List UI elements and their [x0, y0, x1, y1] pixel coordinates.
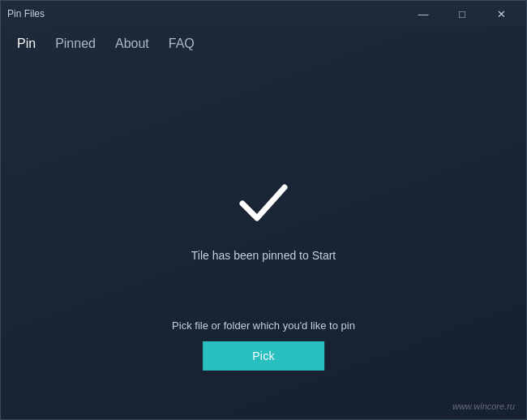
window-controls: — □ ✕	[405, 1, 520, 27]
maximize-button[interactable]: □	[443, 1, 481, 27]
watermark: www.wincore.ru	[452, 401, 515, 411]
pick-prompt: Pick file or folder which you'd like to …	[172, 319, 355, 332]
app-title: Pin Files	[7, 8, 45, 19]
pick-button[interactable]: Pick	[203, 341, 324, 371]
pick-area: Pick file or folder which you'd like to …	[172, 319, 355, 371]
main-content: Tile has been pinned to Start Pick file …	[1, 61, 526, 419]
app-window: Pin Files — □ ✕ Pin Pinned About FAQ Til…	[0, 0, 527, 420]
minimize-button[interactable]: —	[405, 1, 442, 27]
close-button[interactable]: ✕	[482, 1, 520, 27]
nav-bar: Pin Pinned About FAQ	[1, 27, 526, 61]
nav-item-about[interactable]: About	[105, 30, 159, 58]
title-bar: Pin Files — □ ✕	[1, 1, 526, 27]
nav-item-pinned[interactable]: Pinned	[45, 30, 105, 58]
checkmark-icon	[231, 169, 296, 234]
nav-item-faq[interactable]: FAQ	[159, 30, 204, 58]
nav-item-pin[interactable]: Pin	[7, 30, 45, 58]
pinned-message: Tile has been pinned to Start	[191, 249, 336, 262]
success-area: Tile has been pinned to Start	[191, 169, 336, 262]
